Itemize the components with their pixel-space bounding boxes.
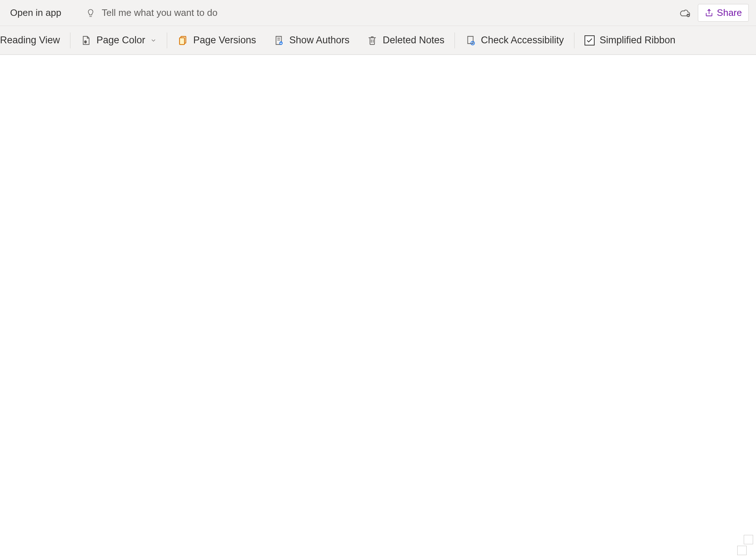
page-versions-label: Page Versions [193, 35, 256, 46]
check-accessibility-label: Check Accessibility [481, 35, 564, 46]
simplified-ribbon-toggle[interactable]: Simplified Ribbon [576, 26, 684, 55]
share-button[interactable]: Share [698, 4, 749, 22]
chevron-down-icon [150, 37, 157, 44]
page-color-icon [81, 35, 91, 46]
page-color-button[interactable]: Page Color [72, 26, 165, 55]
reading-view-label: Reading View [0, 35, 60, 46]
corner-controls [737, 535, 753, 555]
tell-me-input[interactable] [102, 7, 318, 18]
ribbon-separator [70, 32, 70, 48]
top-right: Share [679, 4, 752, 22]
accessibility-icon [465, 35, 476, 46]
ribbon-separator [167, 32, 167, 48]
reading-view-button[interactable]: Reading View [0, 26, 69, 55]
show-authors-icon [273, 35, 284, 46]
tell-me-container [86, 7, 679, 18]
trash-icon [367, 35, 378, 46]
corner-box-bottom[interactable] [737, 546, 747, 555]
page-color-label: Page Color [96, 35, 145, 46]
svg-rect-2 [179, 38, 184, 44]
ribbon-separator [455, 32, 455, 48]
content-area[interactable] [0, 55, 756, 558]
ribbon: Reading View Page Color Page Versions Sh… [0, 26, 756, 55]
checkmark-icon [586, 37, 593, 44]
share-label: Share [717, 7, 742, 18]
deleted-notes-label: Deleted Notes [383, 35, 444, 46]
page-versions-icon [177, 35, 188, 46]
simplified-ribbon-label: Simplified Ribbon [600, 35, 675, 46]
cloud-sync-icon[interactable] [679, 7, 691, 19]
deleted-notes-button[interactable]: Deleted Notes [358, 26, 453, 55]
ribbon-separator [574, 32, 574, 48]
checkbox-icon [585, 35, 595, 45]
open-in-app-button[interactable]: Open in app [4, 4, 68, 21]
svg-point-6 [281, 42, 282, 43]
page-versions-button[interactable]: Page Versions [169, 26, 265, 55]
top-bar: Open in app Share [0, 0, 756, 26]
check-accessibility-button[interactable]: Check Accessibility [456, 26, 573, 55]
show-authors-label: Show Authors [289, 35, 349, 46]
share-icon [705, 9, 713, 17]
show-authors-button[interactable]: Show Authors [265, 26, 358, 55]
lightbulb-icon [86, 8, 95, 18]
corner-box-top[interactable] [744, 535, 753, 544]
